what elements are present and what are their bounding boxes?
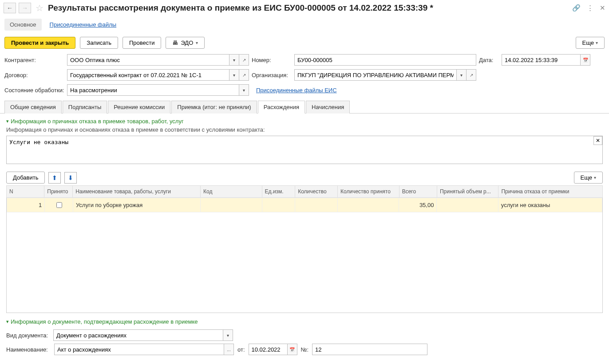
col-name[interactable]: Наименование товара, работы, услуги xyxy=(73,186,201,198)
col-unit[interactable]: Ед.изм. xyxy=(262,186,295,198)
date-picker-button[interactable]: 📅 xyxy=(581,54,590,66)
post-and-close-button[interactable]: Провести и закрыть xyxy=(4,37,75,49)
tab-general[interactable]: Общие сведения xyxy=(4,101,62,114)
col-total[interactable]: Всего xyxy=(399,186,437,198)
contractor-dropdown-button[interactable]: ▾ xyxy=(229,54,239,66)
textarea-clear-button[interactable]: ✕ xyxy=(593,136,602,145)
save-button[interactable]: Записать xyxy=(80,37,118,49)
section-refusal-info[interactable]: ▾ Информация о причинах отказа в приемке… xyxy=(6,118,603,125)
contract-input[interactable] xyxy=(67,69,229,81)
nav-back-button[interactable]: ← xyxy=(4,3,16,13)
date-label: Дата: xyxy=(479,57,499,63)
discrepancies-table: N Принято Наименование товара, работы, у… xyxy=(6,185,603,198)
add-row-button[interactable]: Добавить xyxy=(6,172,45,184)
edo-dropdown-button[interactable]: 🖶 ЭДО xyxy=(166,37,205,49)
form-row-status: Состояние обработки: ▾ Присоединенные фа… xyxy=(0,84,609,100)
org-input[interactable] xyxy=(294,69,457,81)
subnav-attached-files[interactable]: Присоединенные файлы xyxy=(50,19,117,31)
cell-accepted[interactable] xyxy=(45,198,73,212)
print-icon: 🖶 xyxy=(172,39,178,46)
cell-code[interactable] xyxy=(201,198,262,212)
contract-label: Договор: xyxy=(4,72,64,78)
col-volume[interactable]: Принятый объем р... xyxy=(437,186,498,198)
toolbar: Провести и закрыть Записать Провести 🖶 Э… xyxy=(0,35,609,54)
form-row-1: Контрагент: ▾ ↗ Номер: Дата: 📅 Договор: … xyxy=(0,54,609,84)
contract-dropdown-button[interactable]: ▾ xyxy=(229,69,239,81)
accepted-checkbox[interactable] xyxy=(56,202,62,208)
tab-commission[interactable]: Решение комиссии xyxy=(108,101,170,114)
docname-input[interactable] xyxy=(54,344,224,355)
tab-content: ▾ Информация о причинах отказа в приемке… xyxy=(0,114,609,358)
subnav: Основное Присоединенные файлы xyxy=(0,16,609,35)
col-n[interactable]: N xyxy=(7,186,44,198)
col-qty-accepted[interactable]: Количество принято xyxy=(338,186,399,198)
from-date-input[interactable] xyxy=(249,344,288,355)
link-icon[interactable]: 🔗 xyxy=(572,4,581,12)
tabs: Общие сведения Подписанты Решение комисс… xyxy=(0,100,609,114)
doctype-input[interactable] xyxy=(53,329,223,341)
section-document-info[interactable]: ▾ Информация о документе, подтверждающем… xyxy=(6,318,603,325)
status-dropdown-button[interactable]: ▾ xyxy=(239,84,249,96)
doctype-dropdown-button[interactable]: ▾ xyxy=(223,329,233,341)
post-button[interactable]: Провести xyxy=(123,37,162,49)
refusal-subtitle: Информация о причинах и основаниях отказ… xyxy=(6,126,603,133)
cell-name[interactable]: Услуги по уборке урожая xyxy=(73,198,200,212)
favorite-icon[interactable]: ☆ xyxy=(36,3,44,13)
org-label: Организация: xyxy=(252,72,292,78)
col-code[interactable]: Код xyxy=(200,186,262,198)
cell-volume[interactable] xyxy=(437,198,498,212)
doctype-label: Вид документа: xyxy=(6,332,51,339)
org-open-button[interactable]: ↗ xyxy=(467,69,476,81)
docname-label: Наименование: xyxy=(6,346,51,353)
from-date-picker-button[interactable]: 📅 xyxy=(288,344,297,355)
col-reason[interactable]: Причина отказа от приемки xyxy=(498,186,603,198)
cell-qty-accepted[interactable] xyxy=(337,198,399,212)
number-input[interactable] xyxy=(294,54,476,66)
move-up-button[interactable]: ⬆ xyxy=(48,172,61,184)
status-label: Состояние обработки: xyxy=(4,87,64,94)
tab-discrepancies[interactable]: Расхождения xyxy=(258,101,305,114)
col-accepted[interactable]: Принято xyxy=(44,186,73,198)
tab-signers[interactable]: Подписанты xyxy=(63,101,107,114)
cell-reason[interactable]: услуги не оказаны xyxy=(498,198,602,212)
table-row[interactable]: 1 Услуги по уборке урожая 35,00 услуги н… xyxy=(7,198,602,212)
close-icon[interactable]: ✕ xyxy=(600,4,605,12)
table-body-scroll[interactable]: 1 Услуги по уборке урожая 35,00 услуги н… xyxy=(6,198,603,313)
cell-unit[interactable] xyxy=(262,198,295,212)
col-qty[interactable]: Количество xyxy=(295,186,338,198)
status-input[interactable] xyxy=(67,84,239,96)
tab-accruals[interactable]: Начисления xyxy=(306,101,350,114)
contract-open-button[interactable]: ↗ xyxy=(239,69,249,81)
refusal-reason-textarea[interactable] xyxy=(6,136,603,164)
no-input[interactable] xyxy=(312,344,427,355)
window-header: ← → ☆ Результаты рассмотрения документа … xyxy=(0,0,609,16)
eis-files-link[interactable]: Присоединенные файлы ЕИС xyxy=(256,87,605,94)
table-toolbar: Добавить ⬆ ⬇ Еще xyxy=(6,172,603,184)
move-down-button[interactable]: ⬇ xyxy=(64,172,77,184)
number-label: Номер: xyxy=(252,57,292,63)
from-label: от: xyxy=(237,346,245,353)
more-button[interactable]: Еще xyxy=(576,37,605,49)
contractor-label: Контрагент: xyxy=(4,57,64,63)
contractor-input[interactable] xyxy=(67,54,229,66)
tab-acceptance[interactable]: Приемка (итог: не приняли) xyxy=(171,101,257,114)
docname-select-button[interactable]: ... xyxy=(224,344,234,355)
date-input[interactable] xyxy=(502,54,581,66)
no-label: №: xyxy=(301,346,309,353)
chevron-down-icon: ▾ xyxy=(6,118,9,124)
kebab-menu-icon[interactable]: ⋮ xyxy=(587,4,593,12)
cell-qty[interactable] xyxy=(295,198,338,212)
org-dropdown-button[interactable]: ▾ xyxy=(457,69,467,81)
cell-n[interactable]: 1 xyxy=(7,198,45,212)
chevron-down-icon: ▾ xyxy=(6,319,9,325)
cell-total[interactable]: 35,00 xyxy=(399,198,437,212)
subnav-main[interactable]: Основное xyxy=(4,19,42,31)
nav-forward-button[interactable]: → xyxy=(19,3,31,13)
table-more-button[interactable]: Еще xyxy=(574,172,603,184)
contractor-open-button[interactable]: ↗ xyxy=(239,54,249,66)
page-title: Результаты рассмотрения документа о прие… xyxy=(48,3,569,13)
